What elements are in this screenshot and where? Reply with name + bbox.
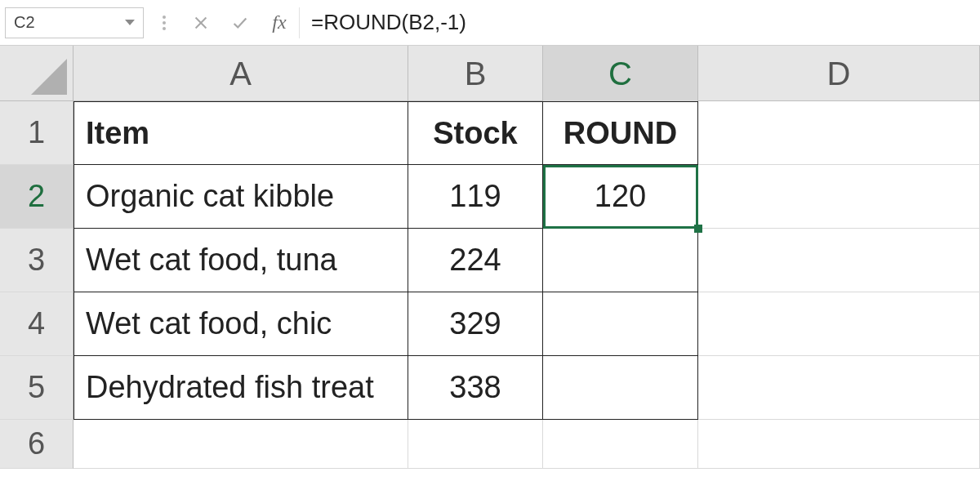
cell-C5[interactable]	[543, 356, 698, 420]
cell-C6[interactable]	[543, 420, 698, 469]
cell-A1[interactable]: Item	[74, 101, 408, 165]
cell-C3[interactable]	[543, 229, 698, 292]
cell-D5[interactable]	[698, 356, 980, 420]
enter-icon[interactable]	[220, 7, 260, 38]
cell-B4[interactable]: 329	[408, 292, 543, 356]
row-header-5[interactable]: 5	[0, 356, 74, 420]
cell-A5[interactable]: Dehydrated fish treat	[74, 356, 408, 420]
fill-handle[interactable]	[694, 225, 702, 233]
row-header-3[interactable]: 3	[0, 229, 74, 292]
cell-D3[interactable]	[698, 229, 980, 292]
spreadsheet: A B C D 1 2 3 4 5 6 Item Stock ROUND Org…	[0, 46, 980, 490]
cell-A4[interactable]: Wet cat food, chic	[74, 292, 408, 356]
cell-D1[interactable]	[698, 101, 980, 165]
col-header-C[interactable]: C	[543, 46, 698, 101]
col-header-B[interactable]: B	[408, 46, 543, 101]
formula-input[interactable]: =ROUND(B2,-1)	[299, 7, 980, 38]
row-header-6[interactable]: 6	[0, 420, 74, 469]
formula-text: =ROUND(B2,-1)	[311, 10, 466, 35]
cell-C1[interactable]: ROUND	[543, 101, 698, 165]
cell-A2[interactable]: Organic cat kibble	[74, 165, 408, 229]
cell-D6[interactable]	[698, 420, 980, 469]
cell-grid: Item Stock ROUND Organic cat kibble 119 …	[74, 101, 980, 469]
cell-A6[interactable]	[74, 420, 408, 469]
cell-B6[interactable]	[408, 420, 543, 469]
col-header-D[interactable]: D	[698, 46, 980, 101]
cell-C2[interactable]: 120	[543, 165, 698, 229]
fx-icon[interactable]: fx	[260, 7, 299, 38]
cell-B1[interactable]: Stock	[408, 101, 543, 165]
grip-icon[interactable]	[155, 7, 173, 38]
cancel-icon[interactable]	[181, 7, 220, 38]
name-box[interactable]: C2	[5, 7, 144, 38]
column-headers: A B C D	[74, 46, 980, 101]
cell-B2[interactable]: 119	[408, 165, 543, 229]
cell-B3[interactable]: 224	[408, 229, 543, 292]
row-header-1[interactable]: 1	[0, 101, 74, 165]
row-header-2[interactable]: 2	[0, 165, 74, 229]
cell-D2[interactable]	[698, 165, 980, 229]
cell-D4[interactable]	[698, 292, 980, 356]
select-all-corner[interactable]	[0, 46, 74, 101]
chevron-down-icon[interactable]	[125, 20, 135, 25]
cell-A3[interactable]: Wet cat food, tuna	[74, 229, 408, 292]
cell-B5[interactable]: 338	[408, 356, 543, 420]
cell-C4[interactable]	[543, 292, 698, 356]
row-header-4[interactable]: 4	[0, 292, 74, 356]
formula-bar: C2 fx =ROUND(B2,-1)	[0, 0, 980, 46]
row-headers: 1 2 3 4 5 6	[0, 101, 74, 469]
col-header-A[interactable]: A	[74, 46, 408, 101]
name-box-value: C2	[14, 13, 125, 32]
